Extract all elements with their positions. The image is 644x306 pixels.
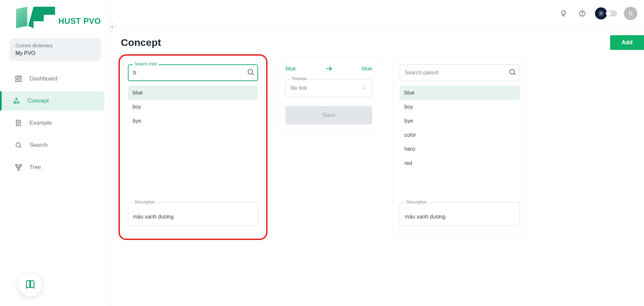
relation-card: blue blue Relation No link Save [279,57,379,132]
search-icon [15,141,22,149]
main-header: Concept Add [121,35,634,50]
save-button[interactable]: Save [286,106,372,125]
svg-point-10 [16,143,20,147]
sidebar-collapse[interactable] [108,23,116,31]
search-parent-input[interactable] [400,64,520,81]
parent-list: blue boy bye color hero red [400,86,520,170]
caret-down-icon [362,85,367,91]
logo[interactable]: HUST PVO [16,7,104,30]
search-parent-field [400,64,520,81]
sidebar-item-search[interactable]: Search [8,135,104,155]
sidebar-item-concept[interactable]: Concept [0,91,104,111]
svg-point-15 [510,69,514,74]
header-actions: h [557,7,637,20]
search-child-label: Search child [133,62,159,66]
child-list: blue boy bye [128,86,258,128]
search-child-input[interactable] [128,64,258,81]
parent-card: blue boy bye color hero red Description [393,57,527,238]
list-item[interactable]: boy [128,100,258,114]
tree-icon [15,164,22,171]
relation-select-wrap: Relation No link [286,79,372,97]
list-item[interactable]: blue [128,86,258,100]
add-button[interactable]: Add [610,35,644,50]
page-title: Concept [121,37,161,48]
list-item[interactable]: bye [400,114,520,128]
svg-rect-5 [19,78,21,81]
relation-select[interactable]: No link [286,79,372,97]
relation-left: blue [286,66,296,72]
svg-point-1 [582,15,582,15]
svg-point-2 [600,12,602,15]
sidebar-item-label: Search [30,142,48,148]
sidebar-item-label: Tree [30,164,41,171]
list-item[interactable]: red [400,156,520,170]
sidebar-item-label: Dashboard [30,75,57,82]
parent-description-input[interactable] [400,202,520,226]
relation-right: blue [362,66,372,72]
book-icon [25,280,35,290]
current-dictionary-card[interactable]: Current dictionary My PVO [9,38,101,61]
list-item[interactable]: color [400,128,520,142]
list-item[interactable]: hero [400,142,520,156]
theme-switch[interactable] [606,10,617,16]
help-icon[interactable] [576,7,588,19]
description-label: Description [404,200,429,204]
svg-rect-13 [17,169,19,170]
list-item[interactable]: bye [128,114,258,128]
sidebar-item-example[interactable]: Example [8,113,104,133]
avatar[interactable]: h [624,7,637,20]
list-item[interactable]: boy [400,100,520,114]
sidebar-item-tree[interactable]: Tree [8,158,104,177]
sidebar-item-label: Concept [28,98,49,104]
dashboard-icon [15,75,22,82]
svg-rect-8 [14,102,16,104]
sidebar-item-dashboard[interactable]: Dashboard [8,69,104,88]
child-card: Search child blue boy bye Description [121,57,265,238]
main: Concept Add Search child blue boy bye De… [111,27,644,306]
list-item[interactable]: blue [400,86,520,100]
shapes-icon [13,97,20,105]
description-label: Description [133,200,157,204]
svg-point-14 [248,69,253,74]
sidebar-item-label: Example [30,120,52,126]
sidebar-nav: Dashboard Concept Example Search Tree [6,69,104,177]
hint-icon[interactable] [557,7,569,19]
svg-rect-6 [16,79,18,81]
document-icon [15,119,22,127]
search-icon[interactable] [247,68,255,77]
svg-rect-3 [16,76,18,78]
sun-icon [595,7,607,19]
relation-header: blue blue [286,64,372,73]
logo-mark [16,7,56,30]
svg-rect-4 [19,76,21,77]
dictionary-fab[interactable] [18,273,42,297]
arrow-right-icon [325,64,333,73]
svg-rect-11 [16,165,18,166]
chevron-left-icon [110,24,114,29]
current-dictionary-value: My PVO [15,50,95,56]
current-dictionary-label: Current dictionary [15,43,95,48]
sidebar: HUST PVO Current dictionary My PVO Dashb… [0,0,111,306]
cards-row: Search child blue boy bye Description bl… [121,57,634,238]
search-child-field: Search child [128,64,258,81]
svg-rect-12 [19,165,21,166]
relation-value: No link [291,85,307,91]
theme-toggle[interactable] [595,7,617,19]
relation-label: Relation [290,76,309,81]
logo-text: HUST PVO [58,16,101,26]
child-description-field: Description [128,202,258,226]
svg-point-7 [17,102,19,104]
child-description-input[interactable] [128,202,258,226]
search-icon[interactable] [508,68,516,77]
parent-description-field: Description [400,202,520,226]
